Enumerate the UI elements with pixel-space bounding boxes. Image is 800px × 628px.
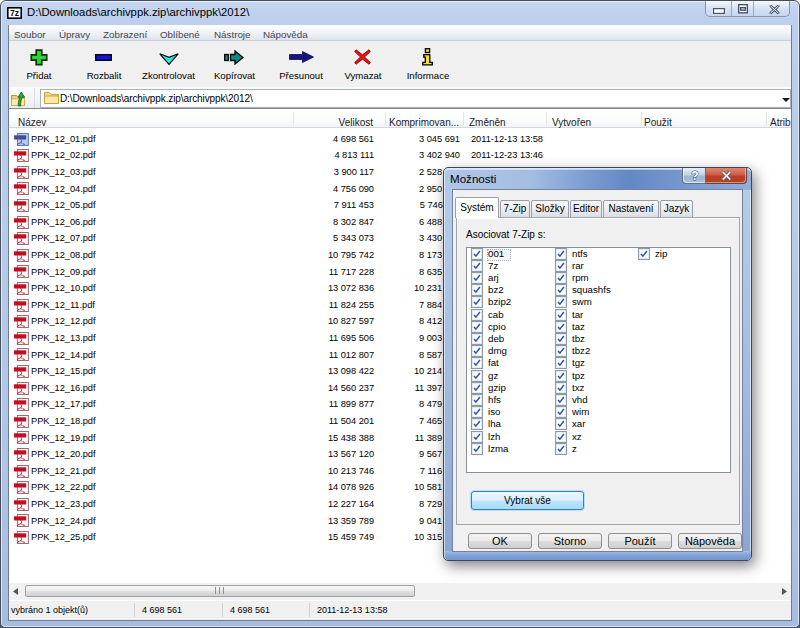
svg-text:?: ? [691, 169, 698, 182]
svg-text:7z: 7z [10, 8, 19, 18]
